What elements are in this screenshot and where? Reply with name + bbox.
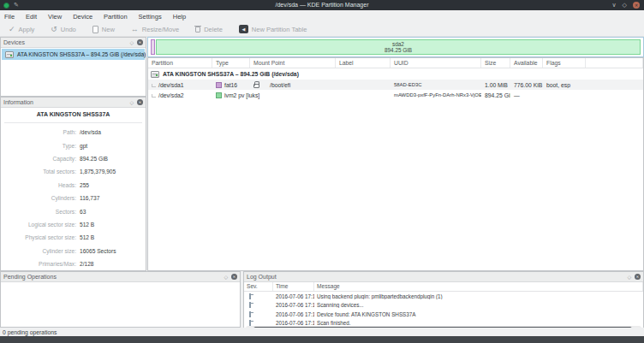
- log-row[interactable]: 2016-07-06 17:11 Device found: ATA KINGS…: [244, 310, 643, 319]
- float-panel-icon[interactable]: ◇: [129, 39, 134, 45]
- cell-partition: /dev/sda1: [148, 82, 212, 88]
- menu-partition[interactable]: Partition: [104, 13, 133, 21]
- col-flags[interactable]: Flags: [543, 58, 586, 68]
- close-panel-icon[interactable]: ✕: [635, 274, 641, 280]
- apply-button[interactable]: ✓ Apply: [9, 25, 34, 33]
- log-output-header: Log Output ◇ ✕: [244, 272, 643, 282]
- info-row-primaries: Primaries/Max:2/128: [1, 257, 146, 270]
- minimize-button[interactable]: ∨: [611, 1, 616, 9]
- pending-operations-status: 0 pending operations: [3, 329, 57, 335]
- log-time: 2016-07-06 17:11: [273, 311, 314, 317]
- float-panel-icon[interactable]: ◇: [627, 274, 631, 280]
- resize-move-button[interactable]: ↔ Resize/Move: [131, 25, 179, 33]
- devices-panel-header: Devices ◇ ✕: [1, 38, 146, 48]
- cell-uuid: mAWDD3-pxfF-PyFn-DArh-NRx3-VjOE-JnZHPF: [391, 92, 481, 98]
- col-size[interactable]: Size: [481, 58, 510, 68]
- partition-segment-sda1[interactable]: [151, 39, 155, 55]
- col-partition[interactable]: Partition: [148, 58, 212, 68]
- close-panel-icon[interactable]: ✕: [137, 39, 143, 45]
- float-panel-icon[interactable]: ◇: [129, 99, 134, 105]
- info-rows: Path:/dev/sda Type:gpt Capacity:894.25 G…: [1, 126, 146, 270]
- undo-button[interactable]: ↺ Undo: [51, 25, 75, 33]
- disk-drive-icon: [5, 51, 14, 58]
- log-time: 2016-07-06 17:11: [273, 293, 314, 299]
- menu-view[interactable]: View: [48, 13, 67, 21]
- float-panel-icon[interactable]: ◇: [224, 274, 228, 280]
- cell-available: 776.00 KiB: [510, 82, 543, 88]
- log-message: Scanning devices...: [314, 302, 643, 308]
- cell-available: —: [510, 92, 543, 98]
- cell-size: 894.25 GiB: [481, 92, 510, 98]
- col-available[interactable]: Available: [510, 58, 543, 68]
- cell-size: 1.00 MiB: [481, 82, 510, 88]
- close-panel-icon[interactable]: ✕: [231, 274, 237, 280]
- table-row-sda2[interactable]: /dev/sda2 lvm2 pv [luks] mAWDD3-pxfF-PyF…: [148, 90, 643, 100]
- pending-operations-panel: Pending Operations ◇ ✕: [0, 271, 241, 328]
- cell-partition: /dev/sda2: [148, 92, 212, 98]
- log-time: 2016-07-06 17:11: [273, 302, 314, 308]
- resize-move-icon: ↔: [131, 25, 139, 33]
- info-row-type: Type:gpt: [1, 139, 146, 151]
- log-message: Using backend plugin: pmlibpartedbackend…: [314, 293, 643, 299]
- info-row-logical-sector: Logical sector size:512 B: [1, 218, 146, 231]
- tree-branch-icon: [152, 94, 156, 98]
- log-row[interactable]: 2016-07-06 17:11 Using backend plugin: p…: [244, 292, 643, 301]
- disk-drive-icon: [151, 71, 159, 78]
- info-severity-icon: [249, 311, 251, 317]
- log-table-header: Sev. Time Message: [244, 282, 643, 292]
- info-severity-icon: [249, 293, 251, 299]
- menu-device[interactable]: Device: [73, 13, 98, 21]
- info-row-physical-sector: Physical sector size:512 B: [1, 231, 146, 244]
- device-list-item[interactable]: ATA KINGSTON SHSS37A – 894.25 GiB (/dev/…: [2, 49, 145, 60]
- log-row[interactable]: 2016-07-06 17:11 Scanning devices...: [244, 301, 643, 310]
- menu-file[interactable]: File: [4, 13, 20, 21]
- device-group-row[interactable]: ATA KINGSTON SHSS37A – 894.25 GiB (/dev/…: [148, 68, 643, 80]
- col-mount-point[interactable]: Mount Point: [250, 58, 336, 68]
- col-severity[interactable]: Sev.: [244, 282, 273, 291]
- devices-panel: Devices ◇ ✕ ATA KINGSTON SHSS37A – 894.2…: [0, 37, 146, 97]
- status-bar: 0 pending operations: [0, 328, 644, 336]
- log-output-panel: Log Output ◇ ✕ Sev. Time Message 2016-07…: [243, 271, 644, 334]
- new-button[interactable]: New: [92, 26, 115, 33]
- pending-operations-title: Pending Operations: [3, 274, 224, 280]
- window-title: /dev/sda — KDE Partition Manager: [0, 0, 644, 10]
- maximize-button[interactable]: ◇: [623, 1, 627, 9]
- col-filler: [586, 58, 643, 68]
- col-uuid[interactable]: UUID: [391, 58, 481, 68]
- segment-size: 894.25 GiB: [385, 47, 412, 53]
- info-row-total-sectors: Total sectors:1,875,379,905: [1, 165, 146, 178]
- log-output-title: Log Output: [247, 274, 627, 280]
- divider: [4, 122, 142, 123]
- close-button[interactable]: ✕: [633, 2, 640, 9]
- new-partition-table-button[interactable]: ◀ New Partition Table: [239, 25, 307, 33]
- col-label[interactable]: Label: [336, 58, 391, 68]
- information-panel-header: Information ◇ ✕: [1, 98, 146, 108]
- close-panel-icon[interactable]: ✕: [137, 99, 143, 105]
- col-time[interactable]: Time: [273, 282, 314, 291]
- segment-label: sda2: [392, 41, 404, 47]
- menu-settings[interactable]: Settings: [139, 13, 167, 21]
- info-row-cylinder-size: Cylinder size:16065 Sectors: [1, 245, 146, 257]
- new-document-icon: [92, 26, 98, 33]
- cell-mount-point: /boot/efi: [250, 81, 336, 88]
- undo-arrow-icon: ↺: [51, 25, 57, 33]
- table-row-sda1[interactable]: /dev/sda1 fat16 /boot/efi 58AD-ED3C 1.00…: [148, 80, 643, 90]
- info-row-sectors: Sectors:63: [1, 204, 146, 217]
- fat16-color-swatch: [216, 82, 222, 88]
- col-type[interactable]: Type: [212, 58, 250, 68]
- information-panel: Information ◇ ✕ ATA KINGSTON SHSS37A Pat…: [0, 97, 146, 271]
- col-message[interactable]: Message: [314, 282, 643, 291]
- partition-table: Partition Type Mount Point Label UUID Si…: [147, 57, 644, 271]
- bottom-strip: [0, 336, 644, 343]
- partition-table-header: Partition Type Mount Point Label UUID Si…: [148, 58, 643, 68]
- partition-segment-sda2[interactable]: sda2 894.25 GiB: [156, 39, 641, 55]
- info-row-path: Path:/dev/sda: [1, 126, 146, 139]
- info-row-capacity: Capacity:894.25 GiB: [1, 152, 146, 165]
- log-message: Device found: ATA KINGSTON SHSS37A: [314, 311, 643, 317]
- info-row-cylinders: Cylinders:116,737: [1, 192, 146, 204]
- menubar: File Edit View Device Partition Settings…: [0, 10, 644, 22]
- menu-help[interactable]: Help: [173, 13, 191, 21]
- menu-edit[interactable]: Edit: [26, 13, 42, 21]
- toolbar: ✓ Apply ↺ Undo New ↔ Resize/Move Delete …: [0, 22, 644, 37]
- delete-button[interactable]: Delete: [195, 26, 223, 33]
